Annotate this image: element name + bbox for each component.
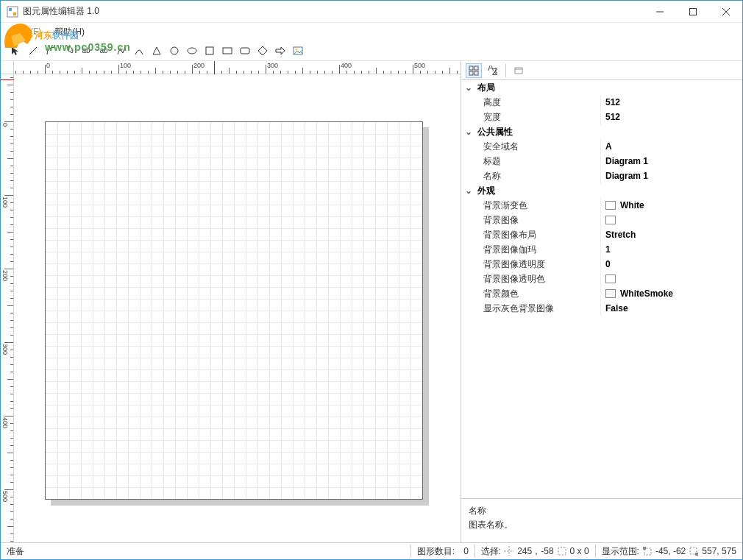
props-help-title: 名称: [469, 505, 735, 517]
props-pages-button[interactable]: [511, 63, 527, 78]
svg-point-8: [171, 47, 178, 54]
category-public[interactable]: ⌄公共属性: [461, 124, 742, 139]
tool-diamond[interactable]: [254, 42, 271, 60]
expander-icon: ⌄: [464, 82, 473, 93]
svg-rect-29: [695, 553, 698, 556]
props-grid[interactable]: ⌄布局 高度512 宽度512 ⌄公共属性 安全域名A 标题Diagram 1 …: [461, 80, 742, 498]
canvas-viewport[interactable]: [14, 74, 461, 542]
ruler-marker-v: [1, 79, 14, 80]
prop-row-bg-image-transcolor[interactable]: 背景图像透明色: [461, 272, 742, 286]
tool-text-ab2[interactable]: ab: [95, 42, 113, 60]
tool-triangle[interactable]: [148, 42, 166, 60]
tool-ellipse[interactable]: [183, 42, 201, 60]
prop-row-width[interactable]: 宽度512: [461, 110, 742, 124]
status-ready: 准备: [7, 545, 24, 558]
props-help: 名称 图表名称。: [461, 498, 742, 542]
tool-arc[interactable]: [42, 42, 60, 60]
expander-icon: ⌄: [464, 127, 473, 137]
props-toolbar: AZ: [461, 61, 742, 80]
prop-row-bg-image[interactable]: 背景图像: [461, 213, 742, 227]
statusbar: 准备 图形数目: 0 选择: 245，-58 0 x 0 显示范围: -45, …: [1, 542, 742, 559]
svg-rect-21: [515, 68, 522, 74]
ruler-marker-h: [214, 61, 215, 74]
svg-text:Z: Z: [492, 67, 497, 76]
prop-row-height[interactable]: 高度512: [461, 95, 742, 110]
canvas-document[interactable]: [45, 121, 423, 500]
color-swatch: [605, 216, 616, 224]
canvas-panel: 0100200300400500 0100200300400500: [1, 61, 461, 542]
expander-icon: ⌄: [464, 185, 473, 196]
ruler-horizontal[interactable]: 0100200300400500: [14, 61, 461, 74]
color-swatch: [605, 274, 616, 283]
prop-row-title[interactable]: 标题Diagram 1: [461, 154, 742, 169]
ruler-vertical[interactable]: 0100200300400500: [1, 74, 14, 542]
svg-rect-18: [474, 71, 478, 75]
tool-bezier[interactable]: [130, 42, 148, 60]
window-controls: [643, 1, 742, 23]
tool-image[interactable]: [289, 42, 307, 60]
tool-arrow[interactable]: [271, 42, 289, 60]
tool-roundrect[interactable]: [236, 42, 254, 60]
svg-rect-4: [689, 8, 696, 15]
props-alphabetical-button[interactable]: AZ: [485, 63, 501, 78]
svg-rect-27: [643, 547, 646, 550]
app-icon: [7, 6, 18, 18]
tool-circle[interactable]: [166, 42, 183, 60]
svg-rect-15: [469, 66, 473, 70]
tool-polyline[interactable]: [113, 42, 130, 60]
prop-row-bg-image-gamma[interactable]: 背景图像伽玛1: [461, 242, 742, 257]
prop-row-bg-image-opacity[interactable]: 背景图像透明度0: [461, 257, 742, 272]
prop-row-name[interactable]: 名称Diagram 1: [461, 169, 742, 183]
prop-row-bg-image-layout[interactable]: 背景图像布局Stretch: [461, 227, 742, 242]
prop-row-bg-color[interactable]: 背景颜色WhiteSmoke: [461, 286, 742, 301]
category-appearance[interactable]: ⌄外观: [461, 183, 742, 198]
window-title: 图元属性编辑器 1.0: [23, 5, 99, 18]
props-categorized-button[interactable]: [466, 63, 482, 78]
svg-rect-17: [469, 71, 473, 75]
svg-rect-10: [206, 47, 213, 54]
svg-point-9: [188, 48, 196, 54]
range-tl-icon: [642, 546, 653, 556]
svg-rect-2: [13, 13, 16, 15]
cursor-pos-icon: [504, 546, 514, 556]
size-icon: [557, 546, 567, 556]
tool-pie[interactable]: [60, 42, 77, 60]
menubar: 文件(F) 帮助(H): [1, 23, 742, 40]
category-layout[interactable]: ⌄布局: [461, 80, 742, 95]
svg-rect-1: [9, 8, 12, 11]
menu-help[interactable]: 帮助(H): [49, 24, 90, 40]
prop-row-bg-gradient[interactable]: 背景渐变色White: [461, 198, 742, 213]
tool-rect[interactable]: [218, 42, 236, 60]
titlebar: 图元属性编辑器 1.0: [1, 1, 742, 23]
watermark-logo: [0, 18, 36, 54]
toolbar: ab ab: [1, 40, 742, 61]
color-swatch: [605, 289, 616, 298]
maximize-button[interactable]: [676, 1, 709, 23]
status-shape-count: 图形数目: 0: [411, 545, 474, 558]
prop-row-security-domain[interactable]: 安全域名A: [461, 139, 742, 154]
properties-panel: AZ ⌄布局 高度512 宽度512 ⌄公共属性 安全域名A 标题Diagram…: [461, 61, 742, 542]
minimize-button[interactable]: [643, 1, 676, 23]
prop-row-show-gray-bg[interactable]: 显示灰色背景图像False: [461, 301, 742, 316]
status-selection: 选择: 245，-58 0 x 0: [475, 545, 595, 558]
svg-rect-25: [558, 547, 566, 555]
svg-rect-16: [474, 66, 478, 70]
status-display-range: 显示范围: -45, -62 557, 575: [596, 545, 742, 558]
range-br-icon: [689, 546, 699, 556]
svg-point-14: [296, 48, 298, 50]
ruler-corner[interactable]: [1, 61, 14, 74]
close-button[interactable]: [709, 1, 742, 23]
svg-rect-11: [223, 48, 232, 54]
color-swatch: [605, 201, 616, 210]
svg-rect-12: [241, 48, 249, 54]
props-help-desc: 图表名称。: [469, 519, 735, 531]
tool-square[interactable]: [201, 42, 218, 60]
tool-text-ab1[interactable]: ab: [77, 42, 95, 60]
